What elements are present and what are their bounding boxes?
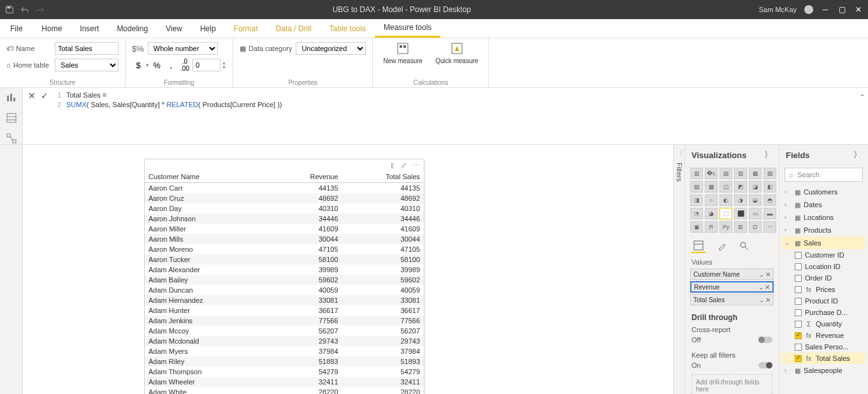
checkbox[interactable]: [795, 263, 802, 270]
table-row[interactable]: Adam Mcdonald2974329743: [145, 336, 424, 346]
tab-datadrill[interactable]: Data / Drill: [267, 19, 321, 38]
table-row[interactable]: Adam Wheeler3241132411: [145, 377, 424, 387]
decimals-input[interactable]: [192, 59, 221, 71]
viz-type-button[interactable]: Py: [720, 221, 732, 233]
checkbox[interactable]: [795, 252, 802, 259]
viz-type-button[interactable]: ▣: [690, 221, 703, 233]
column-header[interactable]: Revenue: [266, 171, 342, 183]
viz-type-button[interactable]: ◪: [749, 181, 762, 193]
table-node[interactable]: ›▦Dates: [782, 198, 865, 211]
table-row[interactable]: Aaron Day4031040310: [145, 203, 424, 214]
datacat-select[interactable]: Uncategorized: [296, 42, 366, 55]
format-select[interactable]: Whole number: [148, 42, 218, 55]
tab-insert[interactable]: Insert: [71, 19, 108, 38]
tab-home[interactable]: Home: [33, 19, 71, 38]
table-row[interactable]: Adam Jenkins7756677566: [145, 316, 424, 326]
viz-type-button[interactable]: ▤: [720, 168, 732, 179]
viz-type-button[interactable]: ⊡: [749, 221, 762, 233]
table-visual[interactable]: ⫿ ⤢ ⋯ Customer NameRevenueTotal Sales Aa…: [144, 159, 424, 394]
viz-type-button[interactable]: ⬚: [720, 208, 732, 219]
field-item[interactable]: Purchase D...: [782, 307, 865, 318]
redo-icon[interactable]: [36, 5, 45, 14]
viz-type-button[interactable]: ○: [705, 194, 718, 206]
table-row[interactable]: Adam Mccoy5620756207: [145, 326, 424, 336]
checkbox[interactable]: [795, 286, 802, 293]
viz-type-button[interactable]: ◨: [690, 194, 703, 206]
filters-pane-collapsed[interactable]: 〈 Filters: [673, 145, 684, 394]
field-item[interactable]: Sales Perso...: [782, 341, 865, 353]
viz-type-button[interactable]: ⬛: [734, 208, 747, 219]
expand-filters-icon[interactable]: 〈: [676, 149, 683, 157]
formula-editor[interactable]: 1Total Sales = 2SUMX( Sales, Sales[Quant…: [51, 89, 865, 111]
search-input[interactable]: ⌕ Search: [785, 168, 863, 182]
report-view-icon[interactable]: [6, 92, 17, 103]
viz-type-button[interactable]: ⊞: [734, 221, 747, 233]
field-item[interactable]: fxTotal Sales: [782, 353, 865, 364]
table-node[interactable]: ⌄▦Sales: [782, 237, 865, 249]
percent-button[interactable]: %: [150, 59, 163, 71]
viz-type-button[interactable]: ▭: [749, 208, 762, 219]
viz-type-button[interactable]: ◒: [749, 194, 762, 206]
table-row[interactable]: Adam Thompson5427954279: [145, 367, 424, 377]
tab-help[interactable]: Help: [191, 19, 225, 38]
formula-expand-icon[interactable]: ⌄: [859, 89, 865, 98]
table-row[interactable]: Aaron Johnson3444634446: [145, 214, 424, 224]
tab-view[interactable]: View: [157, 19, 191, 38]
viz-type-button[interactable]: ▩: [705, 181, 718, 193]
well-item[interactable]: Total Sales⌄✕: [690, 294, 774, 305]
maximize-icon[interactable]: ▢: [837, 5, 846, 14]
table-node[interactable]: ›▦Locations: [782, 211, 865, 224]
spin-up-icon[interactable]: ▲: [222, 61, 226, 65]
table-row[interactable]: Adam Bailey5960259602: [145, 275, 424, 285]
cross-report-toggle[interactable]: [758, 337, 772, 343]
checkbox[interactable]: [795, 309, 802, 316]
more-icon[interactable]: ⋯: [413, 161, 420, 170]
fields-tab-icon[interactable]: [691, 239, 705, 253]
table-row[interactable]: Aaron Moreno4710547105: [145, 244, 424, 254]
table-row[interactable]: Aaron Miller4160941609: [145, 224, 424, 234]
viz-type-button[interactable]: ⋯: [763, 221, 776, 233]
quick-measure-button[interactable]: Quick measure: [431, 41, 482, 64]
chevron-down-icon[interactable]: ⌄: [758, 284, 763, 291]
table-row[interactable]: Adam Hernandez3308133081: [145, 295, 424, 305]
undo-icon[interactable]: [20, 5, 29, 14]
formula-cancel-button[interactable]: ✕: [25, 89, 38, 102]
tab-modeling[interactable]: Modeling: [108, 19, 157, 38]
chevron-down-icon[interactable]: ⌄: [759, 271, 764, 278]
viz-type-button[interactable]: ◩: [734, 181, 747, 193]
tab-file[interactable]: File: [0, 19, 33, 38]
checkbox[interactable]: [795, 275, 802, 282]
decimal-button[interactable]: .0.00: [178, 59, 191, 71]
save-icon[interactable]: [5, 5, 14, 14]
viz-type-button[interactable]: ◑: [734, 194, 747, 206]
table-row[interactable]: Aaron Tucker5810058100: [145, 254, 424, 265]
close-icon[interactable]: ✕: [854, 5, 863, 14]
currency-button[interactable]: $: [132, 59, 145, 71]
viz-type-button[interactable]: ◫: [720, 181, 732, 193]
comma-button[interactable]: ,: [164, 59, 177, 71]
canvas[interactable]: ⫿ ⤢ ⋯ Customer NameRevenueTotal Sales Aa…: [23, 145, 673, 394]
checkbox[interactable]: [795, 298, 802, 305]
tab-format[interactable]: Format: [225, 19, 267, 38]
column-header[interactable]: Total Sales: [342, 171, 424, 183]
field-item[interactable]: Location ID: [782, 261, 865, 272]
table-node[interactable]: ›▦Products: [782, 224, 865, 237]
collapse-viz-icon[interactable]: 〉: [764, 149, 772, 161]
analytics-tab-icon[interactable]: [737, 239, 751, 253]
table-row[interactable]: Adam White2822028220: [145, 387, 424, 394]
well-item[interactable]: Customer Name⌄✕: [690, 268, 774, 280]
table-row[interactable]: Aaron Cruz4869248692: [145, 193, 424, 203]
viz-type-button[interactable]: ◔: [690, 208, 703, 219]
remove-field-icon[interactable]: ✕: [765, 284, 770, 291]
viz-type-button[interactable]: ▥: [690, 168, 703, 179]
format-tab-icon[interactable]: [714, 239, 728, 253]
viz-type-button[interactable]: ◐: [720, 194, 732, 206]
data-view-icon[interactable]: [6, 112, 17, 124]
viz-type-button[interactable]: ▨: [690, 181, 703, 193]
column-header[interactable]: Customer Name: [145, 171, 266, 183]
checkbox[interactable]: [795, 321, 802, 328]
collapse-fields-icon[interactable]: 〉: [853, 149, 862, 161]
viz-type-button[interactable]: ◧: [763, 181, 776, 193]
remove-field-icon[interactable]: ✕: [765, 296, 770, 303]
filter-icon[interactable]: ⫿: [391, 161, 394, 169]
